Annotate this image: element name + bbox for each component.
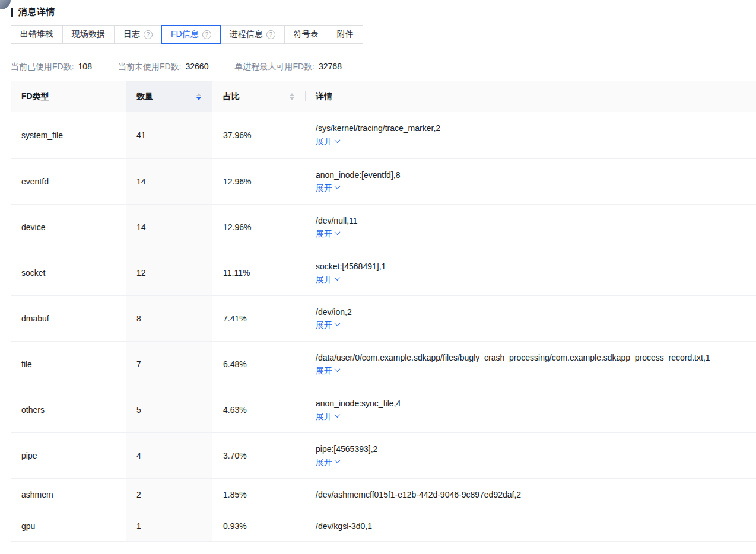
tab-log[interactable]: 日志 ? (114, 25, 162, 44)
cell-count: 41 (126, 112, 212, 158)
section-header: 消息详情 (11, 0, 756, 18)
tab-fd-info[interactable]: FD信息 ? (161, 25, 221, 44)
chevron-down-icon (335, 457, 341, 463)
detail-text: anon_inode:[eventfd],8 (316, 170, 400, 180)
corner-widget-fragment (0, 0, 11, 9)
tab-label: 附件 (337, 29, 354, 40)
cell-fd-type: gpu (11, 511, 126, 541)
detail-text: /dev/ion,2 (316, 307, 352, 317)
table-row: pipe 4 3.70% pipe:[4565393],2 展开 (11, 433, 756, 479)
fd-table: FD类型 数量 占比 详情 system_file 41 37.96% /sys… (11, 81, 756, 542)
table-row: others 5 4.63% anon_inode:sync_file,4 展开 (11, 387, 756, 433)
stat-value: 32768 (319, 62, 342, 71)
cell-count: 5 (126, 387, 212, 432)
fd-stats-row: 当前已使用FD数: 108 当前未使用FD数: 32660 单进程最大可用FD数… (11, 62, 756, 72)
cell-percent: 6.48% (212, 342, 305, 387)
expand-label: 展开 (316, 320, 332, 330)
chevron-down-icon (335, 229, 341, 235)
cell-count: 4 (126, 433, 212, 478)
detail-text: /sys/kernel/tracing/trace_marker,2 (316, 123, 440, 133)
expand-label: 展开 (316, 366, 332, 376)
detail-text: pipe:[4565393],2 (316, 444, 377, 454)
stat-item: 单进程最大可用FD数: 32768 (234, 62, 342, 72)
tab-process-info[interactable]: 进程信息 ? (220, 25, 285, 44)
stat-label: 当前已使用FD数: (11, 62, 74, 72)
sort-control-count[interactable] (195, 92, 202, 101)
cell-detail: anon_inode:sync_file,4 展开 (305, 387, 756, 432)
table-row: eventfd 14 12.96% anon_inode:[eventfd],8… (11, 159, 756, 205)
stat-value: 32660 (185, 62, 208, 71)
detail-text: /dev/null,11 (316, 216, 358, 226)
detail-text: /dev/kgsl-3d0,1 (316, 521, 372, 531)
help-icon[interactable]: ? (144, 30, 153, 39)
table-header-row: FD类型 数量 占比 详情 (11, 81, 756, 112)
tab-label: 符号表 (294, 29, 319, 40)
expand-link[interactable]: 展开 (316, 136, 339, 147)
help-icon[interactable]: ? (202, 30, 211, 39)
column-header-detail: 详情 (305, 81, 756, 112)
cell-detail: /data/user/0/com.example.sdkapp/files/bu… (305, 342, 756, 387)
stat-item: 当前已使用FD数: 108 (11, 62, 92, 72)
tab-scene-data[interactable]: 现场数据 (62, 25, 115, 44)
cell-percent: 0.93% (212, 511, 305, 541)
tab-error-stack[interactable]: 出错堆栈 (11, 25, 63, 44)
table-row: file 7 6.48% /data/user/0/com.example.sd… (11, 342, 756, 387)
cell-fd-type: file (11, 342, 126, 387)
stat-item: 当前未使用FD数: 32660 (118, 62, 209, 72)
detail-text: /data/user/0/com.example.sdkapp/files/bu… (316, 353, 710, 363)
cell-detail: /sys/kernel/tracing/trace_marker,2 展开 (305, 112, 756, 158)
stat-label: 当前未使用FD数: (118, 62, 182, 72)
tab-label: 现场数据 (72, 29, 105, 40)
table-row: system_file 41 37.96% /sys/kernel/tracin… (11, 112, 756, 159)
cell-detail: /dev/kgsl-3d0,1 (305, 511, 756, 541)
cell-fd-type: system_file (11, 112, 126, 158)
cell-fd-type: socket (11, 250, 126, 295)
chevron-down-icon (335, 275, 341, 281)
sort-control-percent[interactable] (288, 92, 296, 101)
column-header-count: 数量 (126, 81, 212, 112)
help-icon[interactable]: ? (266, 30, 275, 39)
expand-link[interactable]: 展开 (316, 320, 339, 330)
cell-count: 14 (126, 159, 212, 204)
chevron-down-icon (335, 412, 341, 418)
tab-label: 进程信息 (230, 29, 263, 40)
cell-fd-type: pipe (11, 433, 126, 478)
detail-text: anon_inode:sync_file,4 (316, 399, 401, 409)
expand-label: 展开 (316, 275, 332, 285)
sort-asc-icon (290, 93, 294, 96)
expand-link[interactable]: 展开 (316, 275, 339, 285)
cell-percent: 12.96% (212, 205, 305, 250)
tab-label: FD信息 (171, 29, 199, 40)
cell-fd-type: others (11, 387, 126, 432)
table-row: socket 12 11.11% socket:[4568491],1 展开 (11, 250, 756, 296)
cell-detail: socket:[4568491],1 展开 (305, 250, 756, 295)
cell-count: 12 (126, 250, 212, 295)
table-body: system_file 41 37.96% /sys/kernel/tracin… (11, 112, 756, 542)
cell-count: 14 (126, 205, 212, 250)
tab-label: 日志 (123, 29, 140, 40)
cell-percent: 1.85% (212, 479, 305, 511)
cell-percent: 3.70% (212, 433, 305, 478)
cell-detail: anon_inode:[eventfd],8 展开 (305, 159, 756, 204)
sort-asc-icon (196, 93, 201, 96)
expand-link[interactable]: 展开 (316, 366, 339, 376)
expand-label: 展开 (316, 229, 332, 239)
cell-percent: 37.96% (212, 112, 305, 158)
cell-detail: /dev/ion,2 展开 (305, 296, 756, 341)
expand-link[interactable]: 展开 (316, 412, 339, 422)
expand-link[interactable]: 展开 (316, 229, 339, 239)
expand-label: 展开 (316, 183, 332, 193)
tab-symbol-table[interactable]: 符号表 (284, 25, 328, 44)
expand-label: 展开 (316, 136, 332, 147)
tab-label: 出错堆栈 (20, 29, 53, 40)
cell-detail: pipe:[4565393],2 展开 (305, 433, 756, 478)
sort-desc-icon (196, 97, 201, 100)
table-row: dmabuf 8 7.41% /dev/ion,2 展开 (11, 296, 756, 342)
expand-link[interactable]: 展开 (316, 457, 339, 467)
cell-percent: 7.41% (212, 296, 305, 341)
tab-attachment[interactable]: 附件 (328, 25, 363, 44)
detail-text: /dev/ashmemcff015f1-e12b-442d-9046-9c897… (316, 490, 521, 500)
column-header-percent: 占比 (212, 81, 305, 112)
cell-detail: /dev/ashmemcff015f1-e12b-442d-9046-9c897… (305, 479, 756, 511)
expand-link[interactable]: 展开 (316, 183, 339, 193)
